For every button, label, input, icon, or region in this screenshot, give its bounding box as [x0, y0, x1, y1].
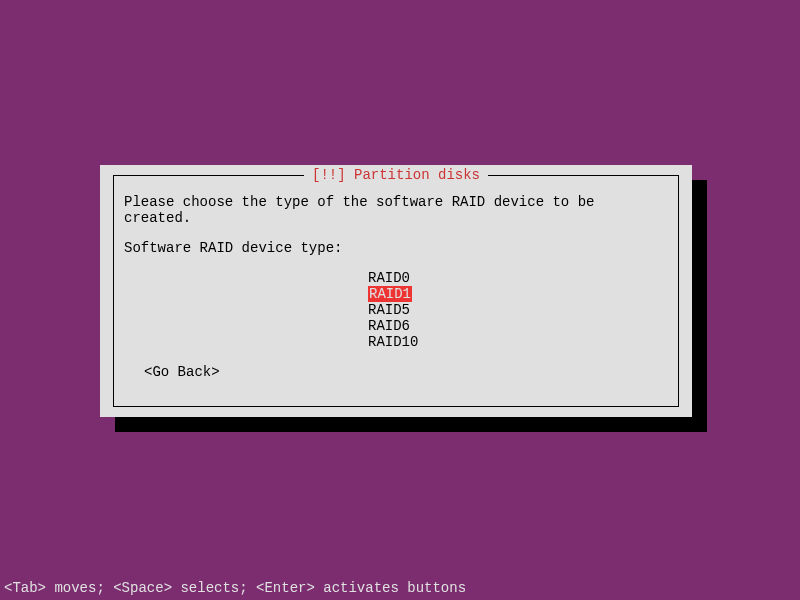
option-raid10[interactable]: RAID10 — [368, 334, 668, 350]
dialog-border: [!!] Partition disks Please choose the t… — [113, 175, 679, 407]
option-raid5[interactable]: RAID5 — [368, 302, 668, 318]
option-raid0[interactable]: RAID0 — [368, 270, 668, 286]
go-back-button[interactable]: <Go Back> — [144, 364, 668, 380]
option-raid6[interactable]: RAID6 — [368, 318, 668, 334]
help-bar: <Tab> moves; <Space> selects; <Enter> ac… — [0, 578, 800, 598]
option-raid1[interactable]: RAID1 — [368, 286, 668, 302]
dialog-content: Please choose the type of the software R… — [114, 176, 678, 390]
dialog-title: [!!] Partition disks — [304, 167, 488, 183]
partition-dialog: [!!] Partition disks Please choose the t… — [100, 165, 692, 417]
instruction-text: Please choose the type of the software R… — [124, 194, 668, 226]
raid-options-list: RAID0 RAID1 RAID5 RAID6 RAID10 — [368, 270, 668, 350]
device-type-label: Software RAID device type: — [124, 240, 668, 256]
